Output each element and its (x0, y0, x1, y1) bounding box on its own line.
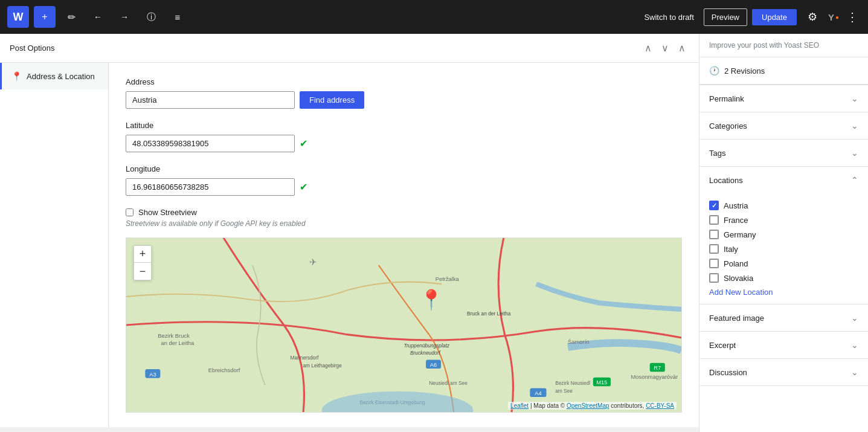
wp-logo[interactable]: W (7, 6, 29, 28)
switch-draft-button[interactable]: Switch to draft (639, 9, 698, 25)
tags-chevron: ⌄ (851, 148, 858, 158)
permalink-chevron: ⌄ (851, 94, 858, 103)
map-attribution: Leaflet | Map data © OpenStreetMap contr… (508, 402, 677, 410)
collapse-down-button[interactable]: ∨ (658, 41, 672, 55)
categories-chevron: ⌄ (851, 121, 858, 131)
discussion-header[interactable]: Discussion ⌄ (699, 359, 868, 385)
germany-checkbox[interactable] (709, 230, 719, 239)
osm-link[interactable]: OpenStreetMap (567, 402, 609, 409)
svg-text:Neusiedl am See: Neusiedl am See (429, 380, 468, 386)
featured-image-header[interactable]: Featured image ⌄ (699, 305, 868, 331)
streetview-checkbox[interactable] (126, 208, 133, 216)
svg-text:R7: R7 (654, 364, 661, 371)
permalink-header[interactable]: Permalink ⌄ (699, 85, 868, 112)
poland-checkbox[interactable] (709, 259, 719, 268)
latitude-row: ✔ (126, 135, 682, 152)
permalink-label: Permalink (709, 94, 744, 103)
address-tab-label: Address & Location (27, 72, 95, 81)
excerpt-header[interactable]: Excerpt ⌄ (699, 332, 868, 358)
leaflet-link[interactable]: Leaflet (510, 402, 529, 409)
list-item: Italy (709, 244, 858, 254)
germany-label[interactable]: Germany (724, 230, 756, 239)
revisions-header[interactable]: 🕐 2 Revisions (699, 57, 868, 85)
france-checkbox[interactable] (709, 215, 719, 225)
cc-link[interactable]: CC-BY-SA (646, 402, 674, 409)
slovakia-label[interactable]: Slovakia (724, 274, 753, 283)
svg-text:A4: A4 (535, 390, 541, 396)
poland-label[interactable]: Poland (724, 259, 748, 268)
zoom-out-button[interactable]: − (134, 263, 151, 280)
revisions-label: 2 Revisions (724, 66, 765, 76)
streetview-row: Show Streetview (126, 208, 682, 217)
revisions-icon: 🕐 (709, 66, 719, 76)
svg-text:Mosonmagyaróvár: Mosonmagyaróvár (631, 373, 678, 380)
longitude-valid-icon: ✔ (300, 181, 307, 193)
undo-button[interactable]: ← (87, 6, 109, 28)
streetview-note: Streetview is available only if Google A… (126, 219, 682, 228)
options-sidebar: 📍 Address & Location (0, 63, 109, 427)
longitude-input[interactable] (126, 178, 295, 196)
discussion-label: Discussion (709, 368, 747, 377)
toolbar: W + ✏ ← → ⓘ ≡ Switch to draft Preview Up… (0, 0, 868, 34)
preview-button[interactable]: Preview (704, 8, 747, 26)
options-form: Address Find address Latitude ✔ (109, 63, 699, 427)
add-new-location-link[interactable]: Add New Location (709, 288, 858, 297)
zoom-in-button[interactable]: + (134, 246, 151, 263)
edit-button[interactable]: ✏ (60, 6, 82, 28)
info-button[interactable]: ⓘ (140, 6, 162, 28)
post-options-title: Post Options (10, 44, 54, 53)
tags-header[interactable]: Tags ⌄ (699, 140, 868, 166)
address-location-tab[interactable]: 📍 Address & Location (0, 63, 108, 89)
post-options-controls: ∧ ∨ ∧ (641, 41, 689, 55)
excerpt-label: Excerpt (709, 341, 736, 350)
address-input[interactable] (126, 91, 295, 109)
permalink-section: Permalink ⌄ (699, 85, 868, 112)
svg-text:Šamorín: Šamorín (568, 338, 589, 345)
locations-chevron: ⌃ (851, 175, 858, 185)
main-layout: Post Options ∧ ∨ ∧ 📍 Address & Location … (0, 34, 868, 432)
austria-label[interactable]: Austria (724, 201, 748, 210)
svg-text:Mannersdorf: Mannersdorf (291, 355, 320, 361)
list-item: Austria (709, 201, 858, 210)
featured-image-section: Featured image ⌄ (699, 305, 868, 332)
latitude-input[interactable] (126, 135, 295, 152)
collapse-all-button[interactable]: ∧ (675, 41, 689, 55)
map-svg: Petržalka Bruck an der Leitha Šamorín Eb… (126, 238, 681, 412)
list-view-button[interactable]: ≡ (167, 6, 188, 28)
list-item: Poland (709, 259, 858, 268)
austria-checkbox[interactable] (709, 201, 719, 210)
address-label: Address (126, 77, 682, 86)
italy-checkbox[interactable] (709, 244, 719, 254)
svg-text:A6: A6 (430, 361, 437, 368)
attribution-text: | Map data © (530, 402, 567, 409)
attribution-contributors: contributors, (611, 402, 646, 409)
featured-image-label: Featured image (709, 314, 764, 323)
right-sidebar: Improve your post with Yoast SEO 🕐 2 Rev… (699, 34, 868, 432)
find-address-button[interactable]: Find address (300, 91, 364, 109)
streetview-label: Show Streetview (138, 208, 197, 217)
update-button[interactable]: Update (752, 9, 797, 25)
collapse-up-button[interactable]: ∧ (641, 41, 655, 55)
map-container[interactable]: Petržalka Bruck an der Leitha Šamorín Eb… (126, 237, 682, 413)
add-block-button[interactable]: + (34, 6, 56, 28)
featured-image-chevron: ⌄ (851, 313, 858, 323)
list-item: Slovakia (709, 273, 858, 283)
settings-button[interactable]: ⚙ (802, 6, 823, 28)
italy-label[interactable]: Italy (724, 245, 738, 254)
yoast-badge[interactable]: Y ● (828, 12, 839, 22)
excerpt-section: Excerpt ⌄ (699, 332, 868, 359)
slovakia-checkbox[interactable] (709, 273, 719, 283)
excerpt-chevron: ⌄ (851, 340, 858, 350)
categories-header[interactable]: Categories ⌄ (699, 112, 868, 139)
france-label[interactable]: France (724, 216, 748, 225)
locations-header[interactable]: Locations ⌃ (699, 167, 868, 193)
yoast-seo-text: Improve your post with Yoast SEO (709, 41, 819, 50)
svg-text:Petržalka: Petržalka (436, 276, 460, 282)
more-options-button[interactable]: ⋮ (844, 7, 861, 27)
tags-label: Tags (709, 149, 725, 158)
svg-text:✈: ✈ (309, 257, 317, 267)
svg-text:Bruck an der Leitha: Bruck an der Leitha (467, 311, 511, 317)
svg-text:M15: M15 (596, 379, 607, 385)
address-row: Find address (126, 91, 682, 109)
redo-button[interactable]: → (114, 6, 135, 28)
